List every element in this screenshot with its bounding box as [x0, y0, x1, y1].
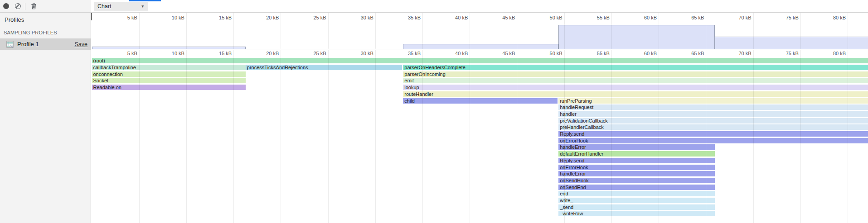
ruler-gridline	[659, 13, 659, 49]
profile-item-profile-1[interactable]: % Profile 1 Save	[0, 38, 91, 50]
ruler-gridline	[375, 57, 376, 223]
flame-ruler-tick-label: 65 kB	[663, 51, 704, 56]
overview-allocation-segment	[403, 44, 558, 49]
overview-tick-label: 75 kB	[758, 15, 799, 20]
flame-frame[interactable]: handleError	[558, 144, 715, 150]
ruler-gridline	[186, 57, 187, 223]
ruler-gridline	[517, 57, 517, 223]
flame-frame[interactable]: handleRequest	[558, 104, 868, 110]
ruler-gridline	[848, 13, 848, 49]
flame-frame[interactable]: parserOnIncoming	[403, 71, 868, 77]
flame-frame[interactable]: onSendHook	[558, 178, 715, 183]
overview-tick-label: 5 kB	[97, 15, 137, 20]
record-icon	[3, 3, 9, 9]
ruler-gridline	[470, 57, 470, 223]
ruler-gridline	[139, 57, 140, 223]
flame-frame[interactable]: parserOnHeadersComplete	[403, 65, 868, 70]
overview-tick-label: 10 kB	[144, 15, 184, 20]
flame-frame[interactable]: lookup	[403, 85, 868, 90]
flame-ruler-tick-label: 75 kB	[758, 51, 799, 56]
flame-frame[interactable]: end	[558, 191, 715, 196]
ruler-gridline	[517, 13, 517, 49]
overview-tick-label: 65 kB	[663, 15, 704, 20]
chevron-down-icon: ▼	[141, 4, 145, 9]
flame-frame[interactable]: _send	[558, 204, 715, 210]
view-mode-select[interactable]: Chart ▼	[94, 2, 148, 11]
flame-frame[interactable]: _writeRaw	[558, 211, 715, 216]
ruler-gridline	[186, 50, 187, 57]
ruler-gridline	[706, 13, 706, 49]
tab-indicator	[129, 0, 161, 1]
overview-tick-label: 20 kB	[238, 15, 279, 20]
flame-frame[interactable]: Socket	[92, 78, 246, 83]
ruler-gridline	[564, 50, 565, 57]
flame-frame[interactable]: preHandlerCallback	[558, 124, 868, 130]
flame-frame[interactable]: onconnection	[92, 71, 246, 77]
flame-frame[interactable]: emit	[403, 78, 868, 83]
flame-frame[interactable]: Reply.send	[558, 158, 715, 163]
flame-ruler-tick-label: 40 kB	[427, 51, 468, 56]
ruler-gridline	[281, 57, 281, 223]
flame-frame[interactable]: write_	[558, 198, 715, 203]
ruler-gridline	[375, 13, 376, 49]
sampling-profiles-section-label: SAMPLING PROFILES	[4, 30, 57, 35]
ruler-gridline	[233, 57, 234, 223]
flame-frame[interactable]: onErrorHook	[558, 138, 868, 143]
overview-tick-label: 25 kB	[286, 15, 326, 20]
flame-frame[interactable]: child	[403, 98, 557, 104]
flame-frame[interactable]: handleError	[558, 171, 715, 176]
delete-profile-button[interactable]	[28, 0, 39, 12]
allocation-overview-pane[interactable]: 5 kB10 kB15 kB20 kB25 kB30 kB35 kB40 kB4…	[91, 13, 868, 49]
ruler-gridline	[659, 57, 659, 223]
clear-icon	[15, 3, 21, 9]
overview-tick-label: 40 kB	[427, 15, 468, 20]
overview-tick-label: 60 kB	[616, 15, 657, 20]
flame-ruler-tick-label: 35 kB	[380, 51, 421, 56]
flame-ruler-tick-label: 15 kB	[191, 51, 232, 56]
flame-frame[interactable]: runPreParsing	[558, 98, 868, 104]
save-profile-link[interactable]: Save	[75, 41, 88, 47]
overview-tick-label: 45 kB	[474, 15, 515, 20]
overview-allocation-segment	[92, 47, 246, 49]
svg-text:%: %	[10, 44, 13, 47]
flame-frame[interactable]: defaultErrorHandler	[558, 151, 715, 157]
trash-icon	[30, 3, 37, 9]
flame-frame[interactable]: Reply.send	[558, 131, 868, 137]
flame-frame[interactable]: preValidationCallback	[558, 118, 868, 123]
flame-chart[interactable]: (root)callbackTrampolineprocessTicksAndR…	[91, 57, 868, 223]
ruler-gridline	[706, 57, 706, 223]
flame-frame[interactable]: onSendEnd	[558, 185, 715, 190]
overview-tick-label: 50 kB	[522, 15, 563, 20]
profiler-chart-area: 5 kB10 kB15 kB20 kB25 kB30 kB35 kB40 kB4…	[91, 13, 868, 223]
flame-ruler-tick-label: 5 kB	[97, 51, 137, 56]
flame-ruler-tick-label: 50 kB	[522, 51, 563, 56]
ruler-gridline	[753, 57, 754, 223]
ruler-gridline	[659, 50, 659, 57]
flame-frame[interactable]: handler	[558, 111, 868, 117]
overview-tick-label: 70 kB	[711, 15, 752, 20]
flame-frame[interactable]: (root)	[92, 58, 868, 63]
ruler-gridline	[422, 57, 423, 223]
flame-frame[interactable]: routeHandler	[403, 91, 868, 97]
ruler-gridline	[281, 50, 281, 57]
flame-ruler-tick-label: 10 kB	[144, 51, 184, 56]
clear-profiles-button[interactable]	[12, 0, 24, 12]
overview-origin-handle[interactable]	[91, 13, 92, 20]
flame-ruler-tick-label: 25 kB	[286, 51, 326, 56]
toolbar-separator	[25, 3, 25, 10]
flame-frame[interactable]: onErrorHook	[558, 165, 715, 170]
record-button[interactable]	[0, 0, 12, 12]
overview-allocation-segment	[715, 37, 868, 49]
flame-chart-ruler: 5 kB10 kB15 kB20 kB25 kB30 kB35 kB40 kB4…	[91, 50, 868, 57]
ruler-gridline	[848, 50, 848, 57]
toolbar-left	[0, 0, 91, 12]
flame-frame[interactable]: callbackTrampoline	[92, 65, 246, 70]
ruler-gridline	[800, 57, 801, 223]
ruler-gridline	[233, 13, 234, 49]
ruler-gridline	[139, 50, 140, 57]
flame-frame[interactable]: processTicksAndRejections	[246, 65, 402, 70]
ruler-gridline	[517, 50, 517, 57]
flame-ruler-tick-label: 70 kB	[711, 51, 752, 56]
flame-frame[interactable]: Readable.on	[92, 85, 246, 90]
ruler-gridline	[848, 57, 848, 223]
